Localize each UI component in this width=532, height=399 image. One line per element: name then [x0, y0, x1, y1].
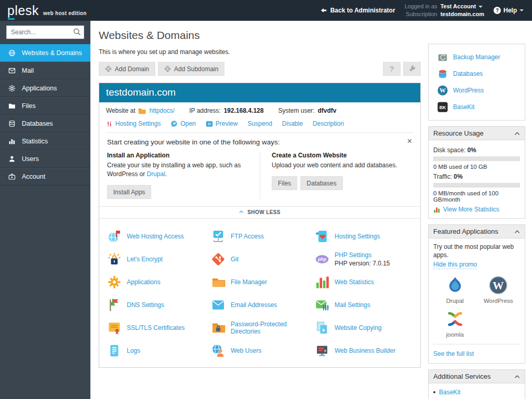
- service-link[interactable]: BaseKit: [439, 389, 460, 396]
- hosting-settings-icon: [315, 229, 329, 244]
- sidebar-item-mail[interactable]: Mail: [0, 62, 90, 79]
- tool-item-php-settings[interactable]: phpPHP SettingsPHP version: 7.0.15: [315, 248, 415, 271]
- tool-label[interactable]: Mail Settings: [335, 301, 370, 309]
- sidebar-item-label: Databases: [22, 120, 53, 127]
- tool-item-dns-settings[interactable]: DNS Settings: [107, 294, 211, 316]
- open-link-icon: [170, 120, 178, 127]
- help-button[interactable]: ?: [383, 62, 401, 76]
- tool-item-let-s-encrypt[interactable]: Let's Encrypt: [107, 248, 211, 271]
- featured-applications-header[interactable]: Featured Applications: [429, 225, 525, 238]
- featured-app-drupal[interactable]: Drupal: [433, 275, 477, 304]
- tool-label[interactable]: Hosting Settings: [335, 233, 380, 240]
- sidebar-item-applications[interactable]: Applications: [0, 79, 90, 97]
- quick-link-basekit[interactable]: BKBaseKit: [436, 99, 520, 115]
- tool-label[interactable]: Email Addresses: [231, 301, 277, 309]
- account-menu[interactable]: Test Account: [441, 3, 484, 10]
- close-icon[interactable]: ✕: [407, 137, 413, 145]
- plus-icon: [105, 65, 112, 72]
- help-menu[interactable]: ? Help: [494, 7, 524, 14]
- tool-label[interactable]: Password-Protected Directories: [231, 321, 315, 335]
- sidebar-item-statistics[interactable]: Statistics: [0, 132, 90, 150]
- hosting-settings-link-icon: [106, 121, 113, 127]
- show-less-toggle[interactable]: SHOW LESS: [99, 206, 420, 219]
- globe-icon: [8, 49, 16, 57]
- files-button[interactable]: Files: [272, 176, 297, 190]
- domain-action-open[interactable]: Open: [170, 120, 195, 127]
- sidebar-item-files[interactable]: Files: [0, 97, 90, 115]
- mini-bar-chart-icon: [433, 206, 441, 213]
- sidebar-item-databases[interactable]: Databases: [0, 115, 90, 132]
- domain-action-preview[interactable]: Preview: [206, 120, 238, 127]
- tool-item-ssl-tls-certificates[interactable]: SSL/TLS Certificates: [107, 316, 211, 339]
- tool-item-password-protected-directories[interactable]: Password-Protected Directories: [211, 316, 315, 339]
- install-apps-button[interactable]: Install Apps: [107, 185, 151, 199]
- tool-item-email-addresses[interactable]: Email Addresses: [211, 294, 315, 316]
- chevron-up-icon: [514, 230, 520, 234]
- featured-app-label: WordPress: [484, 298, 513, 304]
- tool-label[interactable]: Web Statistics: [335, 278, 374, 286]
- tool-label[interactable]: Logs: [127, 347, 140, 354]
- sidebar-item-websites-domains[interactable]: Websites & Domains: [0, 44, 90, 62]
- tool-text: Web Business Builder: [335, 347, 395, 354]
- tool-label[interactable]: Git: [231, 256, 238, 263]
- tool-item-web-statistics[interactable]: Web Statistics: [315, 271, 415, 294]
- hide-promo-link[interactable]: Hide this promo: [433, 261, 477, 269]
- quick-link-wordpress[interactable]: WWordPress: [436, 82, 520, 99]
- tool-item-file-manager[interactable]: File Manager: [211, 271, 315, 294]
- settings-button[interactable]: [403, 62, 421, 76]
- see-full-list-link[interactable]: See the full list: [433, 350, 474, 357]
- tool-label[interactable]: SSL/TLS Certificates: [127, 324, 184, 331]
- domain-action-hosting-settings[interactable]: Hosting Settings: [106, 120, 161, 127]
- tool-label[interactable]: Web Business Builder: [335, 347, 395, 354]
- svg-text:W: W: [440, 87, 446, 94]
- tool-item-ftp-access[interactable]: FTP Access: [211, 225, 315, 248]
- additional-services-header[interactable]: Additional Services: [429, 370, 525, 383]
- add-subdomain-button[interactable]: Add Subdomain: [158, 62, 224, 76]
- tool-label[interactable]: DNS Settings: [127, 301, 164, 309]
- httpdocs-link[interactable]: httpdocs/: [149, 107, 175, 114]
- quick-link-backup-manager[interactable]: Backup Manager: [436, 49, 520, 65]
- tool-item-web-users[interactable]: Web Users: [211, 339, 315, 362]
- tool-label[interactable]: FTP Access: [231, 233, 264, 240]
- domain-action-description[interactable]: Description: [313, 120, 344, 127]
- featured-app-label: joomla: [446, 331, 464, 338]
- tool-label[interactable]: Let's Encrypt: [127, 256, 163, 263]
- drupal-icon: [445, 275, 465, 295]
- domain-action-suspend[interactable]: Suspend: [247, 120, 272, 127]
- tool-label[interactable]: PHP Settings: [335, 251, 390, 259]
- disk-space-caption: 0 MB used of 10 GB: [433, 164, 520, 170]
- custom-website-column: Create a Custom Website Upload your web …: [260, 152, 413, 199]
- domain-action-label: Open: [180, 120, 195, 127]
- sidebar-item-account[interactable]: Account: [0, 168, 90, 185]
- tool-label[interactable]: File Manager: [231, 278, 267, 286]
- tool-item-web-business-builder[interactable]: Web Business Builder: [315, 339, 415, 362]
- tool-item-website-copying[interactable]: Website Copying: [315, 316, 415, 339]
- tool-label[interactable]: Website Copying: [335, 324, 382, 331]
- tool-item-mail-settings[interactable]: Mail Settings: [315, 294, 415, 316]
- sidebar-item-users[interactable]: Users: [0, 150, 90, 168]
- databases-button[interactable]: Databases: [300, 176, 342, 190]
- resource-usage-header[interactable]: Resource Usage: [429, 127, 525, 140]
- quick-link-databases[interactable]: Databases: [436, 65, 520, 82]
- custom-website-buttons: FilesDatabases: [272, 176, 400, 190]
- domain-action-label: Disable: [282, 120, 303, 127]
- featured-app-joomla[interactable]: joomla: [433, 309, 477, 338]
- back-to-administrator-link[interactable]: Back to Administrator: [320, 7, 395, 14]
- search-icon[interactable]: [73, 28, 82, 36]
- tool-item-hosting-settings[interactable]: Hosting Settings: [315, 225, 415, 248]
- web-hosting-access-icon: [107, 229, 122, 244]
- disk-space-progress-bar: [433, 156, 520, 161]
- tool-item-git[interactable]: Git: [211, 248, 315, 271]
- featured-app-wordpress[interactable]: WWordPress: [477, 275, 521, 304]
- domain-action-disable[interactable]: Disable: [282, 120, 303, 127]
- view-more-statistics-link[interactable]: View More Statistics: [433, 206, 520, 213]
- tool-label[interactable]: Applications: [127, 278, 161, 286]
- drupal-link[interactable]: Drupal: [147, 170, 165, 178]
- tool-item-logs[interactable]: Logs: [107, 339, 211, 362]
- tool-label[interactable]: Web Users: [231, 347, 261, 354]
- tool-item-applications[interactable]: Applications: [107, 271, 211, 294]
- tool-text: Website Copying: [335, 324, 382, 331]
- tool-item-web-hosting-access[interactable]: Web Hosting Access: [107, 225, 211, 248]
- add-domain-button[interactable]: Add Domain: [99, 62, 155, 76]
- tool-label[interactable]: Web Hosting Access: [127, 233, 184, 240]
